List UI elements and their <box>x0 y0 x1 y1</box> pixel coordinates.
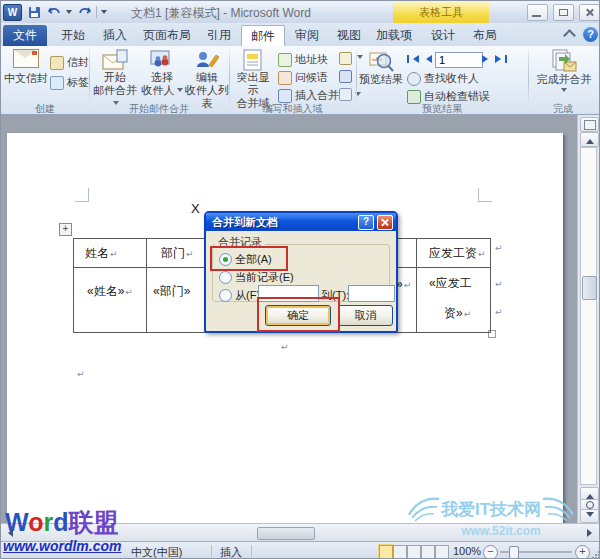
table-cell-header-salary[interactable]: 应发工资↵ <box>429 245 486 262</box>
zoom-slider-thumb[interactable] <box>509 546 519 559</box>
help-button[interactable]: ? <box>583 27 598 42</box>
start-mail-merge-button[interactable]: 开始 邮件合并 <box>93 49 137 110</box>
dialog-title-bar[interactable]: 合并到新文档 ? <box>206 213 396 231</box>
highlight-merge-fields-button[interactable]: 突出显示 合并域 <box>232 49 274 110</box>
annotation-box-all-records <box>210 246 288 271</box>
previous-record-button[interactable] <box>421 52 433 66</box>
chevron-up-icon <box>563 29 576 42</box>
zoom-in-button[interactable]: + <box>575 545 590 559</box>
radio-from-to[interactable] <box>219 289 232 302</box>
record-number-input[interactable] <box>435 52 483 68</box>
radio-current-record[interactable] <box>219 271 232 284</box>
table-cell-header-dept[interactable]: 部门↵ <box>161 245 194 262</box>
edit-recipient-list-button[interactable]: 编辑 收件人列表 <box>185 49 229 110</box>
greeting-line-icon <box>278 71 292 85</box>
fullscreen-reading-view-button[interactable] <box>393 545 407 559</box>
pilcrow-mark: ↵ <box>495 279 503 289</box>
next-record-icon <box>482 55 492 63</box>
tab-table-layout[interactable]: 布局 <box>467 25 503 46</box>
tab-file[interactable]: 文件 <box>3 25 47 46</box>
pilcrow-mark: ↵ <box>186 249 194 259</box>
address-block-button[interactable]: 地址块 <box>278 52 328 67</box>
ruler-toggle-button[interactable] <box>580 117 599 132</box>
first-record-button[interactable] <box>407 52 419 66</box>
horizontal-scroll-thumb[interactable] <box>257 527 315 540</box>
scroll-left-button[interactable] <box>4 529 13 537</box>
tab-mailings[interactable]: 邮件 <box>241 25 285 47</box>
chinese-envelope-button[interactable]: 中文信封 <box>4 49 48 85</box>
rules-icon <box>339 52 352 65</box>
envelope-button[interactable]: 信封 <box>50 55 89 70</box>
print-layout-view-button[interactable] <box>379 545 393 559</box>
labels-button[interactable]: 标签 <box>50 75 89 90</box>
minimize-ribbon-button[interactable] <box>565 31 574 40</box>
tab-view[interactable]: 视图 <box>331 25 367 46</box>
to-record-input[interactable] <box>348 285 395 302</box>
table-cell-field-name[interactable]: «姓名»↵ <box>87 283 133 300</box>
insert-mode-indicator[interactable]: 插入 <box>220 545 242 559</box>
close-button[interactable] <box>579 4 600 21</box>
table-cell-field-dept[interactable]: «部门» <box>153 283 190 300</box>
group-divider <box>229 49 230 109</box>
find-recipient-icon <box>407 72 421 86</box>
cancel-button[interactable]: 取消 <box>338 305 393 326</box>
language-indicator[interactable]: 中文(中国) <box>131 545 182 559</box>
zoom-out-button[interactable]: − <box>483 545 498 559</box>
table-move-handle[interactable]: + <box>59 223 72 236</box>
table-border <box>146 238 147 333</box>
tab-design[interactable]: 设计 <box>425 25 461 46</box>
table-cell-field-salary-line1[interactable]: «应发工 <box>429 275 472 292</box>
tab-references[interactable]: 引用 <box>201 25 237 46</box>
ribbon: 中文信封 信封 标签 创建 开始 邮件合并 <box>1 46 599 115</box>
group-label-finish: 完成 <box>528 102 598 116</box>
radio-current-label[interactable]: 当前记录(E) <box>235 270 294 285</box>
vertical-scroll-track[interactable] <box>580 147 597 485</box>
table-cell-header-name[interactable]: 姓名↵ <box>85 245 118 262</box>
dialog-close-button[interactable] <box>377 215 393 230</box>
vertical-scrollbar <box>577 115 599 523</box>
tab-home[interactable]: 开始 <box>55 25 91 46</box>
find-recipient-button[interactable]: 查找收件人 <box>407 71 479 86</box>
vertical-scroll-thumb[interactable] <box>582 276 597 300</box>
document-area: X + 姓名↵ 部门↵ 应发工资↵ «姓名»↵ «部门» »↵ «应发工 资»↵… <box>1 115 599 523</box>
update-labels-button[interactable] <box>339 88 352 101</box>
pilcrow-mark: ↵ <box>478 249 486 259</box>
restore-button[interactable] <box>553 4 574 21</box>
select-recipients-button[interactable]: 选择 收件人 <box>141 49 183 97</box>
dropdown-icon <box>561 88 567 95</box>
start-mail-merge-icon <box>102 49 128 71</box>
next-page-button[interactable] <box>580 509 599 523</box>
greeting-line-button[interactable]: 问候语 <box>278 70 328 85</box>
pilcrow-mark: ↵ <box>464 309 472 319</box>
envelope-icon <box>50 56 64 70</box>
next-record-button[interactable] <box>481 52 493 66</box>
outline-view-button[interactable] <box>421 545 435 559</box>
last-record-icon <box>505 55 507 63</box>
finish-merge-button[interactable]: 完成并合并 <box>535 49 593 95</box>
status-separator <box>211 545 212 557</box>
preview-results-button[interactable]: «A» 预览结果 <box>359 49 403 86</box>
minimize-button[interactable] <box>527 4 548 21</box>
table-border <box>490 238 491 333</box>
match-fields-button[interactable] <box>339 70 352 83</box>
tab-page-layout[interactable]: 页面布局 <box>139 25 195 46</box>
web-layout-view-button[interactable] <box>407 545 421 559</box>
zoom-level[interactable]: 100% <box>453 545 481 557</box>
dialog-title: 合并到新文档 <box>206 215 358 230</box>
table-cell-field-salary-line2[interactable]: 资»↵ <box>444 305 471 322</box>
table-border <box>73 238 74 333</box>
scroll-right-button[interactable] <box>587 529 596 537</box>
dropdown-icon <box>177 88 183 95</box>
scroll-up-button[interactable] <box>580 132 599 147</box>
tab-insert[interactable]: 插入 <box>97 25 133 46</box>
table-cell-field-sliver[interactable]: »↵ <box>396 277 411 291</box>
dialog-help-button[interactable]: ? <box>358 215 374 230</box>
last-record-button[interactable] <box>495 52 507 66</box>
tab-review[interactable]: 审阅 <box>289 25 325 46</box>
ruler-icon <box>584 120 596 130</box>
resize-grip[interactable] <box>591 550 600 559</box>
tab-addins[interactable]: 加载项 <box>371 25 417 46</box>
margin-corner-left-icon <box>75 188 89 202</box>
update-labels-icon <box>339 88 352 101</box>
draft-view-button[interactable] <box>435 545 449 559</box>
